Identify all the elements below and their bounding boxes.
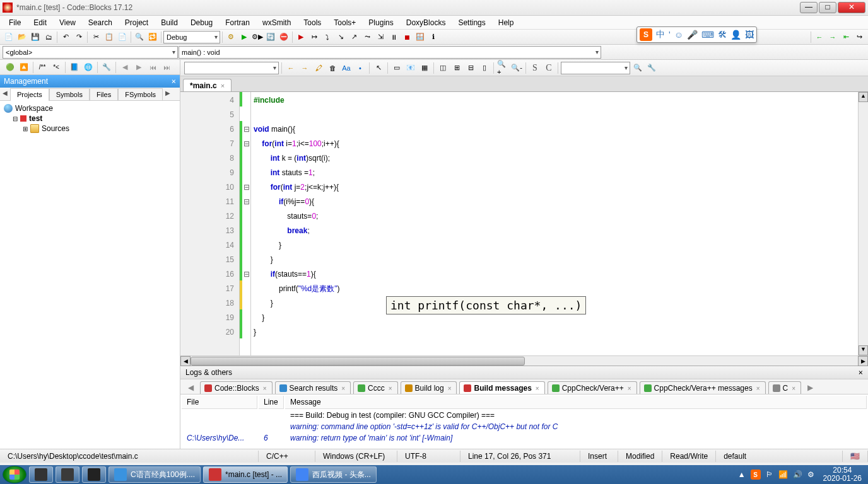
scroll-up-icon[interactable]: ▲ xyxy=(859,92,868,102)
minimize-button[interactable]: — xyxy=(800,2,818,13)
log-tab-7[interactable]: C× xyxy=(768,381,802,394)
tray-net-icon[interactable]: 📶 xyxy=(778,470,788,479)
next-icon[interactable]: ▶ xyxy=(132,61,145,74)
tabs-scroll-left-icon[interactable]: ◀ xyxy=(0,88,10,100)
select-target-icon[interactable]: 🔼 xyxy=(18,61,30,74)
log-tab-4[interactable]: Build messages× xyxy=(459,381,544,394)
ime-user-icon[interactable]: 👤 xyxy=(730,30,741,40)
log-tab-1[interactable]: Search results× xyxy=(275,381,351,394)
log-row[interactable]: === Build: Debug in test (compiler: GNU … xyxy=(182,410,867,420)
debug-windows-icon[interactable]: 🪟 xyxy=(414,31,426,43)
tree-expand-icon[interactable]: ⊟ xyxy=(13,115,18,122)
zoom-out-icon[interactable]: 🔍- xyxy=(510,62,523,74)
tab-fsymbols[interactable]: FSymbols xyxy=(118,88,163,101)
wrench-icon[interactable]: 🔧 xyxy=(100,61,113,74)
first-icon[interactable]: ⏭ xyxy=(160,61,173,74)
menu-fortran[interactable]: Fortran xyxy=(219,16,256,29)
log-tab-5[interactable]: CppCheck/Vera++× xyxy=(548,381,637,394)
menu-toolsplus[interactable]: Tools+ xyxy=(327,16,362,29)
menu-search[interactable]: Search xyxy=(82,16,119,29)
c-icon[interactable]: C xyxy=(542,62,555,74)
logs-scroll-right-icon[interactable]: ▶ xyxy=(804,382,817,393)
build-run-icon[interactable]: ⚙▶ xyxy=(251,31,264,43)
settings-icon[interactable]: 🔧 xyxy=(645,62,658,74)
redo-icon[interactable]: ↷ xyxy=(73,31,85,43)
management-close-icon[interactable]: × xyxy=(172,77,176,86)
arrow-icon[interactable]: ↖ xyxy=(372,62,385,74)
scroll-right-icon[interactable]: ▶ xyxy=(858,356,868,366)
editor-vscrollbar[interactable]: ▲ ▼ xyxy=(858,92,868,355)
log-tab-3[interactable]: Build log× xyxy=(401,381,457,394)
menu-help[interactable]: Help xyxy=(492,16,520,29)
open-icon[interactable]: 📂 xyxy=(16,31,28,43)
scope-func-combo[interactable]: main() : void xyxy=(179,46,601,59)
step-out-icon[interactable]: ↗ xyxy=(348,31,360,43)
fortran-combo[interactable] xyxy=(561,62,630,74)
tab-files[interactable]: Files xyxy=(90,88,118,101)
col-line[interactable]: Line xyxy=(259,396,284,409)
tab-projects[interactable]: Projects xyxy=(10,88,49,101)
menu-plugins[interactable]: Plugins xyxy=(362,16,399,29)
panel1-icon[interactable]: ▭ xyxy=(390,62,403,74)
step-into-instr-icon[interactable]: ⇲ xyxy=(374,31,387,43)
col-file[interactable]: File xyxy=(182,396,257,409)
save-icon[interactable]: 💾 xyxy=(29,31,42,43)
run-to-cursor-icon[interactable]: ↦ xyxy=(308,31,320,43)
menu-tools[interactable]: Tools xyxy=(297,16,327,29)
taskbar-item[interactable]: C语言经典100例.... xyxy=(108,466,201,483)
next-instr-icon[interactable]: ⤳ xyxy=(361,31,373,43)
code-content[interactable]: #include void main(){ for(int i=1;i<=100… xyxy=(251,92,868,355)
close-button[interactable]: ✕ xyxy=(838,2,865,13)
next-mark-icon[interactable]: → xyxy=(298,62,311,74)
build-target-combo[interactable]: Debug xyxy=(163,31,220,43)
tabs-scroll-right-icon[interactable]: ▶ xyxy=(163,88,173,100)
ime-punct-icon[interactable]: ' xyxy=(669,30,671,40)
nav-jump-icon[interactable]: ↪ xyxy=(853,31,865,43)
nav-last-icon[interactable]: ⇤ xyxy=(840,31,852,43)
ime-zhong-icon[interactable]: 中 xyxy=(656,29,665,40)
log-tab-6[interactable]: CppCheck/Vera++ messages× xyxy=(640,381,766,394)
tree-project-test[interactable]: ⊟ test xyxy=(3,113,177,124)
tray-vol-icon[interactable]: 🔊 xyxy=(793,470,802,479)
next-line-icon[interactable]: ⤵ xyxy=(321,31,334,43)
nav-back-green-icon[interactable]: ← xyxy=(813,31,826,43)
step-into-icon[interactable]: ↘ xyxy=(334,31,347,43)
cut-icon[interactable]: ✂ xyxy=(90,31,102,43)
tray-arrow-icon[interactable]: ▲ xyxy=(738,470,746,479)
logs-scroll-left-icon[interactable]: ◀ xyxy=(184,382,197,393)
ime-logo-icon[interactable]: S xyxy=(640,28,652,41)
clear-highlight-icon[interactable]: 🗑 xyxy=(326,62,339,74)
taskbar-item[interactable] xyxy=(82,466,106,483)
comment-line-icon[interactable]: *< xyxy=(50,61,62,74)
taskbar-item[interactable]: *main.c [test] - ... xyxy=(203,466,288,483)
tree-sources[interactable]: ⊞ Sources xyxy=(3,124,177,134)
ime-keyboard-icon[interactable]: ⌨ xyxy=(701,30,714,40)
scroll-left-icon[interactable]: ◀ xyxy=(180,356,191,366)
ime-face-icon[interactable]: ☺ xyxy=(674,30,683,40)
rebuild-icon[interactable]: 🔄 xyxy=(264,31,277,43)
find-icon[interactable]: 🔍 xyxy=(133,31,146,43)
scope-global-combo[interactable]: <global> xyxy=(3,46,178,59)
last-icon[interactable]: ⏮ xyxy=(146,61,159,74)
panel2-icon[interactable]: 📧 xyxy=(404,62,417,74)
comment-block-icon[interactable]: /** xyxy=(36,61,49,74)
layout3-icon[interactable]: ⊟ xyxy=(464,62,477,74)
ime-tool-icon[interactable]: 🛠 xyxy=(718,30,727,40)
tray-more-icon[interactable]: ⚙ xyxy=(807,470,814,479)
extract-doc-icon[interactable]: 📘 xyxy=(68,61,81,74)
layout4-icon[interactable]: ▯ xyxy=(478,62,491,74)
scroll-thumb[interactable] xyxy=(191,357,525,366)
menu-project[interactable]: Project xyxy=(119,16,155,29)
menu-view[interactable]: View xyxy=(53,16,82,29)
fold-column[interactable]: ⊟⊟⊟⊟⊟ xyxy=(242,92,251,355)
s-icon[interactable]: S xyxy=(529,62,541,74)
run-to-icon[interactable]: 🟢 xyxy=(4,61,16,74)
layout1-icon[interactable]: ◫ xyxy=(437,62,449,74)
info-icon[interactable]: ℹ xyxy=(427,31,440,43)
undo-icon[interactable]: ↶ xyxy=(59,31,72,43)
editor-tab-mainc[interactable]: *main.c × xyxy=(183,79,232,91)
new-file-icon[interactable]: 📄 xyxy=(3,31,15,43)
menu-doxyblocks[interactable]: DoxyBlocks xyxy=(400,16,452,29)
menu-edit[interactable]: Edit xyxy=(27,16,53,29)
panel3-icon[interactable]: ▦ xyxy=(418,62,431,74)
